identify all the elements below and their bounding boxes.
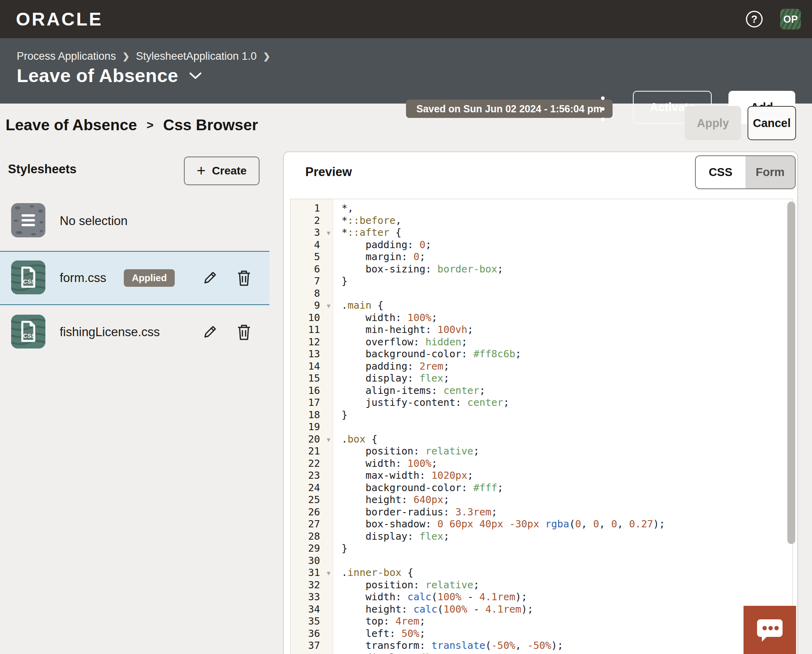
applied-badge: Applied bbox=[124, 269, 175, 287]
line-number: 17 bbox=[291, 397, 333, 409]
code-text: min-height: 100vh; bbox=[333, 324, 473, 336]
stylesheet-item-form-css[interactable]: CSSform.cssApplied bbox=[0, 251, 269, 305]
code-line: 27 box-shadow: 0 60px 40px -30px rgba(0,… bbox=[291, 518, 792, 531]
code-line: 11 min-height: 100vh; bbox=[291, 324, 792, 336]
stylesheet-item-fishinglicense-css[interactable]: CSSfishingLicense.css bbox=[0, 305, 269, 359]
code-text: display: flex; bbox=[333, 652, 449, 654]
line-number: 37 bbox=[291, 640, 333, 652]
code-text: padding: 0; bbox=[333, 239, 431, 251]
line-number: 8 bbox=[291, 288, 333, 300]
line-number: 32 bbox=[291, 579, 333, 591]
chat-feedback-button[interactable] bbox=[744, 606, 796, 654]
line-number: 10 bbox=[291, 312, 333, 324]
code-line: 3▼*::after { bbox=[291, 227, 792, 239]
preview-title: Preview bbox=[305, 165, 352, 179]
create-button-label: Create bbox=[212, 164, 247, 177]
line-number: 12 bbox=[291, 336, 333, 349]
delete-trash-icon bbox=[236, 270, 252, 286]
css-file-icon: CSS bbox=[11, 315, 45, 349]
stylesheet-item-no-selection[interactable]: No selection bbox=[0, 191, 269, 251]
line-number: 22 bbox=[291, 458, 333, 470]
user-avatar[interactable]: OP bbox=[780, 9, 801, 29]
code-text: justify-content: center; bbox=[333, 397, 509, 409]
code-text: } bbox=[333, 275, 347, 288]
page-breadcrumb-leave-of-absence[interactable]: Leave of Absence bbox=[6, 116, 137, 134]
line-number: 13 bbox=[291, 348, 333, 360]
code-text: .inner-box { bbox=[333, 567, 414, 579]
code-line: 5 margin: 0; bbox=[291, 251, 792, 263]
code-line: 2*::before, bbox=[291, 215, 792, 227]
create-stylesheet-button[interactable]: + Create bbox=[184, 157, 260, 185]
cancel-button[interactable]: Cancel bbox=[748, 106, 796, 140]
css-code-editor[interactable]: 1*,2*::before,3▼*::after {4 padding: 0;5… bbox=[290, 199, 793, 654]
code-line: 25 height: 640px; bbox=[291, 494, 792, 506]
code-text: *::after { bbox=[333, 227, 402, 239]
code-line: 34 height: calc(100% - 4.1rem); bbox=[291, 603, 792, 616]
chevron-down-icon bbox=[189, 72, 202, 80]
breadcrumb: Process Applications ❯ StylesheetApplica… bbox=[17, 50, 270, 63]
code-text: margin: 0; bbox=[333, 251, 426, 263]
code-line: 22 width: 100%; bbox=[291, 458, 792, 470]
breadcrumb-process-applications[interactable]: Process Applications bbox=[17, 50, 116, 63]
css-browser-page: ORACLE ? OP Process Applications ❯ Style… bbox=[0, 0, 812, 654]
code-line: 16 align-items: center; bbox=[291, 385, 792, 397]
code-line: 37 transform: translate(-50%, -50%); bbox=[291, 640, 792, 652]
code-text bbox=[333, 421, 342, 433]
app-title: Leave of Absence bbox=[17, 65, 178, 86]
fold-toggle-icon[interactable]: ▼ bbox=[327, 227, 330, 239]
fold-toggle-icon[interactable]: ▼ bbox=[327, 567, 330, 580]
toggle-css-button[interactable]: CSS bbox=[696, 156, 746, 188]
stylesheet-item-label: form.css bbox=[60, 271, 106, 285]
code-text: } bbox=[333, 409, 347, 421]
code-text: display: flex; bbox=[333, 531, 449, 543]
app-header: Process Applications ❯ StylesheetApplica… bbox=[0, 38, 812, 104]
edit-pencil-icon bbox=[202, 270, 218, 286]
delete-stylesheet-button[interactable] bbox=[235, 269, 253, 287]
fold-toggle-icon[interactable]: ▼ bbox=[327, 434, 330, 446]
delete-stylesheet-button[interactable] bbox=[235, 323, 253, 341]
code-text: box-shadow: 0 60px 40px -30px rgba(0, 0,… bbox=[333, 518, 665, 531]
line-number: 33 bbox=[291, 591, 333, 603]
edit-stylesheet-button[interactable] bbox=[201, 269, 219, 287]
line-number: 28 bbox=[291, 531, 333, 543]
line-number: 21 bbox=[291, 445, 333, 458]
code-text: height: 640px; bbox=[333, 494, 449, 506]
code-text: .main { bbox=[333, 300, 383, 312]
line-number: 38 bbox=[291, 652, 333, 654]
code-line: 1*, bbox=[291, 202, 792, 215]
code-text: align-items: center; bbox=[333, 385, 485, 397]
help-icon[interactable]: ? bbox=[746, 11, 763, 27]
stylesheet-list: No selectionCSSform.cssAppliedCSSfishing… bbox=[0, 191, 269, 359]
code-line: 10 width: 100%; bbox=[291, 312, 792, 324]
line-number: 23 bbox=[291, 470, 333, 482]
page-breadcrumb: Leave of Absence > Css Browser bbox=[6, 116, 258, 134]
app-title-dropdown[interactable]: Leave of Absence bbox=[17, 65, 202, 86]
toggle-form-button[interactable]: Form bbox=[746, 156, 795, 188]
code-text: top: 4rem; bbox=[333, 615, 426, 628]
top-brand-bar: ORACLE ? OP bbox=[0, 0, 812, 38]
code-line: 38 display: flex; bbox=[291, 652, 792, 654]
no-selection-icon bbox=[11, 203, 45, 237]
code-line: 35 top: 4rem; bbox=[291, 615, 792, 628]
line-number: 24 bbox=[291, 482, 333, 494]
breadcrumb-stylesheet-application[interactable]: StylesheetApplication 1.0 bbox=[136, 50, 257, 63]
apply-button[interactable]: Apply bbox=[685, 106, 741, 140]
code-text: width: 100%; bbox=[333, 458, 437, 470]
code-text: *, bbox=[333, 202, 353, 215]
chevron-right-icon: > bbox=[146, 118, 154, 132]
edit-stylesheet-button[interactable] bbox=[201, 323, 219, 341]
svg-text:CSS: CSS bbox=[23, 278, 35, 285]
code-text: background-color: #fff; bbox=[333, 482, 503, 494]
editor-scrollbar[interactable] bbox=[787, 202, 795, 544]
code-text: display: flex; bbox=[333, 372, 449, 385]
line-number: 35 bbox=[291, 615, 333, 628]
code-text: box-sizing: border-box; bbox=[333, 263, 503, 276]
code-line: 6 box-sizing: border-box; bbox=[291, 263, 792, 276]
line-number: 34 bbox=[291, 603, 333, 616]
line-number: 9▼ bbox=[291, 300, 333, 312]
code-text: border-radius: 3.3rem; bbox=[333, 506, 497, 519]
code-text: *::before, bbox=[333, 215, 402, 227]
code-text: .box { bbox=[333, 433, 377, 446]
code-text bbox=[333, 288, 342, 300]
fold-toggle-icon[interactable]: ▼ bbox=[327, 300, 330, 312]
